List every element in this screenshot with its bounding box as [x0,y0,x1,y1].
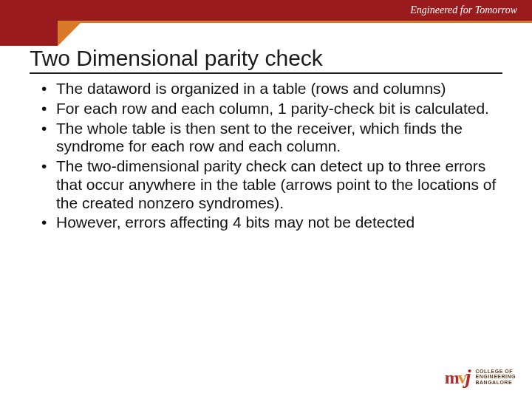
header-bar: Engineered for Tomorrow [0,0,532,21]
logo-line2: ENGINEERING [475,374,516,379]
logo-letter-j: j [466,365,471,389]
slide-content: The dataword is organized in a table (ro… [40,80,497,233]
logo-text: COLLEGE OF ENGINEERING BANGALORE [475,369,516,385]
bullet-item: The two-dimensional parity check can det… [40,157,497,212]
logo-line1: COLLEGE OF [475,369,516,374]
accent-red [0,21,58,46]
footer-logo: m v j COLLEGE OF ENGINEERING BANGALORE [445,365,516,389]
bullet-item: The dataword is organized in a table (ro… [40,80,497,98]
slide: Engineered for Tomorrow Two Dimensional … [0,0,532,399]
logo-mark: m v j [445,365,471,389]
bullet-item: For each row and each column, 1 parity-c… [40,100,497,118]
logo-letter-m: m [445,368,460,388]
bullet-item: However, errors affecting 4 bits may not… [40,214,497,232]
bullet-item: The whole table is then sent to the rece… [40,120,497,157]
logo-line3: BANGALORE [475,380,516,385]
accent-shape [0,21,83,46]
accent-bar [0,21,532,46]
header-tagline: Engineered for Tomorrow [410,4,517,16]
bullet-list: The dataword is organized in a table (ro… [40,80,497,232]
slide-title: Two Dimensional parity check [30,46,502,74]
